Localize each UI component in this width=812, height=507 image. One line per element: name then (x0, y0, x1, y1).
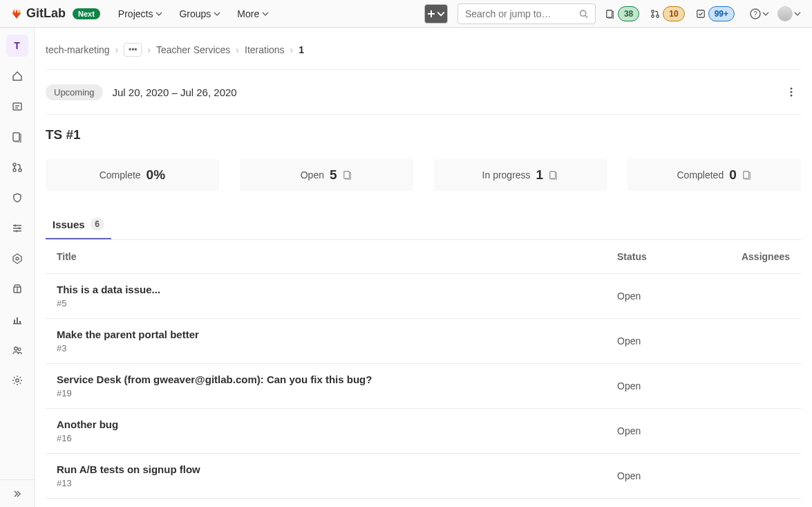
chevron-down-icon (762, 10, 769, 17)
rail-members[interactable] (6, 339, 28, 361)
rail-expand[interactable] (0, 479, 35, 507)
stat-completed: Completed 0 (627, 159, 801, 191)
new-button[interactable] (424, 4, 448, 24)
rail-overview[interactable] (6, 65, 28, 87)
iteration-date-range: Jul 20, 2020 – Jul 26, 2020 (113, 86, 237, 98)
issue-row[interactable]: Feature 1 - Improving teacher experience… (46, 498, 801, 507)
stat-open-value: 5 (330, 167, 337, 183)
rail-push-rules[interactable] (6, 217, 28, 239)
rail-issues[interactable] (6, 126, 28, 148)
plus-icon (427, 10, 435, 18)
col-assignees-header: Assignees (735, 251, 790, 262)
tabs: Issues 6 (46, 209, 801, 240)
issue-row[interactable]: Run A/B tests on signup flow#13Open (46, 453, 801, 498)
col-title-header: Title (57, 251, 617, 262)
nav-projects[interactable]: Projects (111, 4, 170, 24)
issue-list: This is a data issue...#5OpenMake the pa… (46, 273, 801, 507)
rail-epics[interactable] (6, 95, 28, 118)
svg-point-2 (652, 10, 654, 12)
issue-row[interactable]: This is a data issue...#5Open (46, 273, 801, 318)
crumb-current: 1 (299, 44, 304, 55)
crumb-section[interactable]: Iterations (245, 44, 285, 55)
issue-row[interactable]: Make the parent portal better#3Open (46, 318, 801, 363)
rail-packages[interactable] (6, 278, 28, 300)
rail-analytics[interactable] (6, 308, 28, 331)
svg-point-15 (15, 230, 17, 232)
issue-row[interactable]: Service Desk (from gweaver@gitlab.com): … (46, 363, 801, 408)
chevron-right-icon: › (147, 44, 151, 55)
svg-point-25 (791, 88, 793, 90)
nav-issues-counter[interactable]: 38 (605, 6, 643, 21)
nav-groups-label: Groups (179, 8, 211, 19)
issue-ref: #3 (57, 343, 617, 353)
chevron-right-icon: › (290, 44, 294, 55)
issue-icon (549, 170, 558, 180)
rail-settings[interactable] (6, 369, 28, 391)
nav-more-label: More (237, 8, 259, 19)
left-rail: T (0, 28, 35, 507)
issue-status: Open (617, 380, 735, 391)
crumb-group[interactable]: tech-marketing (46, 44, 110, 55)
mr-count-badge: 10 (663, 6, 684, 21)
issue-title[interactable]: This is a data issue... (57, 284, 617, 295)
nav-left: GitLab Next Projects Groups More (11, 4, 276, 24)
search-icon (579, 9, 588, 19)
issue-icon (605, 9, 615, 19)
chevron-right-icon: › (236, 44, 239, 55)
issue-status: Open (617, 470, 735, 481)
expand-icon (12, 488, 23, 499)
rail-kubernetes[interactable] (6, 248, 28, 270)
svg-rect-8 (13, 103, 21, 110)
brand-logo[interactable]: GitLab (11, 6, 66, 21)
svg-rect-19 (14, 320, 15, 324)
svg-point-4 (657, 15, 659, 17)
nav-mr-counter[interactable]: 10 (650, 6, 688, 21)
issue-ref: #5 (57, 298, 617, 308)
issue-status: Open (617, 425, 735, 436)
svg-point-24 (15, 379, 18, 382)
svg-rect-9 (13, 133, 19, 141)
issue-title[interactable]: Make the parent portal better (57, 329, 617, 340)
stat-complete: Complete 0% (46, 159, 219, 191)
nav-more[interactable]: More (230, 4, 276, 24)
user-menu[interactable] (777, 6, 801, 21)
issue-title[interactable]: Service Desk (from gweaver@gitlab.com): … (57, 374, 617, 385)
iteration-header: Upcoming Jul 20, 2020 – Jul 26, 2020 (46, 70, 801, 115)
svg-point-10 (13, 163, 16, 166)
svg-point-26 (791, 91, 793, 93)
issue-row[interactable]: Another bug#16Open (46, 408, 801, 453)
iteration-actions[interactable] (782, 82, 801, 102)
svg-rect-20 (17, 317, 18, 324)
issue-title[interactable]: Another bug (57, 418, 617, 430)
svg-point-12 (19, 169, 21, 172)
nav-todos-counter[interactable]: 99+ (696, 6, 739, 21)
issue-title[interactable]: Run A/B tests on signup flow (57, 463, 617, 475)
issue-ref: #16 (57, 433, 617, 443)
nav-groups[interactable]: Groups (172, 4, 227, 24)
svg-point-27 (791, 95, 793, 97)
next-badge[interactable]: Next (73, 8, 100, 19)
svg-point-13 (14, 225, 16, 227)
rail-security[interactable] (6, 187, 28, 209)
tab-issues-label: Issues (53, 219, 85, 230)
svg-marker-16 (13, 254, 21, 264)
crumb-ellipsis[interactable]: ••• (124, 43, 142, 57)
rail-project[interactable]: T (6, 35, 28, 57)
svg-rect-29 (550, 172, 556, 179)
rail-merge-requests[interactable] (6, 156, 28, 178)
search-input[interactable] (465, 8, 579, 19)
chevron-down-icon (437, 10, 445, 18)
issue-status: Open (617, 291, 735, 302)
tab-issues[interactable]: Issues 6 (46, 209, 111, 239)
package-icon (12, 284, 23, 295)
search-box[interactable] (457, 3, 596, 24)
svg-rect-21 (19, 321, 21, 324)
crumb-project[interactable]: Teacher Services (156, 44, 230, 55)
stat-completed-value: 0 (729, 167, 737, 183)
svg-point-3 (652, 15, 654, 17)
svg-point-22 (14, 347, 17, 351)
issue-icon (12, 131, 23, 142)
table-header: Title Status Assignees (46, 240, 801, 273)
help-button[interactable]: ? (750, 8, 769, 19)
breadcrumbs: tech-marketing › ••• › Teacher Services … (46, 39, 801, 70)
